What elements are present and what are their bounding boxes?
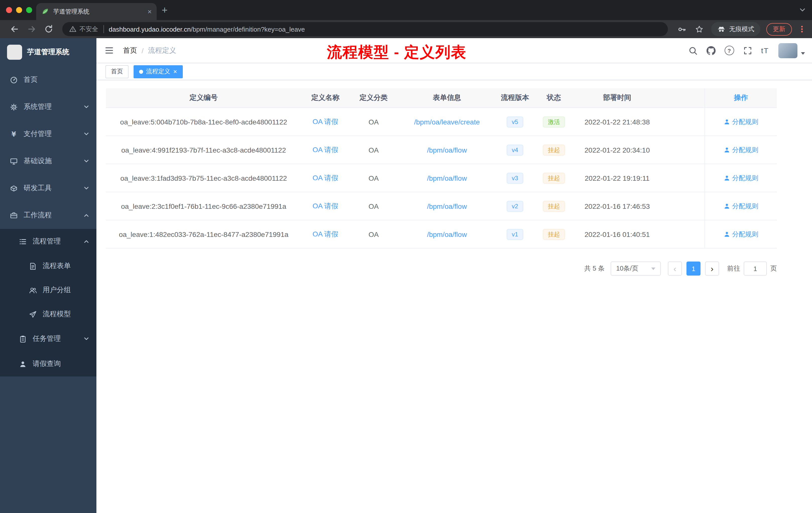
status-badge: 挂起 (543, 173, 565, 183)
browser-tab[interactable]: 芋道管理系统 × (36, 3, 157, 20)
cell-category: OA (349, 174, 398, 182)
password-key-icon[interactable] (677, 24, 687, 34)
sidebar-item-user-group[interactable]: 用户分组 (0, 278, 96, 302)
cell-deploy-time: 2022-01-22 21:48:38 (574, 118, 660, 126)
annotation-title: 流程模型 - 定义列表 (261, 42, 532, 63)
cell-definition-name[interactable]: OA 请假 (301, 145, 349, 154)
search-icon[interactable] (688, 46, 697, 55)
close-window-button[interactable] (6, 7, 12, 13)
update-label: 更新 (773, 25, 785, 33)
url-path: /bpm/manager/definition?key=oa_leave (191, 25, 305, 33)
main-content: 定义编号 定义名称 定义分类 表单信息 流程版本 状态 部署时间 操作 oa_l… (96, 80, 812, 513)
assign-rule-button[interactable]: 分配规则 (704, 220, 777, 248)
sidebar-item-label: 任务管理 (33, 334, 61, 343)
table-row: oa_leave:4:991f2193-7b7f-11ec-a3c8-acde4… (106, 136, 777, 164)
assign-rule-button[interactable]: 分配规则 (704, 136, 777, 163)
cell-form-link[interactable]: /bpm/oa/flow (398, 230, 496, 238)
sidebar-header: 芋道管理系统 (0, 38, 96, 66)
user-icon (724, 118, 730, 125)
sidebar-item-dev-tools[interactable]: 研发工具 (0, 175, 96, 202)
cell-definition-name[interactable]: OA 请假 (301, 117, 349, 126)
select-caret-icon (651, 267, 655, 270)
forward-button[interactable] (27, 24, 37, 34)
next-page-button[interactable]: › (705, 262, 719, 276)
sidebar-item-label: 流程管理 (33, 237, 61, 246)
user-icon (724, 231, 730, 237)
cell-definition-name[interactable]: OA 请假 (301, 230, 349, 239)
sidebar-item-process-management[interactable]: 流程管理 (0, 229, 96, 254)
avatar-caret-icon[interactable] (801, 52, 805, 55)
tag-process-definition[interactable]: 流程定义 × (134, 65, 182, 78)
sidebar-item-task-management[interactable]: 任务管理 (0, 326, 96, 351)
cell-form-link[interactable]: /bpm/oa/flow (398, 202, 496, 210)
sidebar-item-infrastructure[interactable]: 基础设施 (0, 148, 96, 175)
sidebar-item-process-model[interactable]: 流程模型 (0, 302, 96, 326)
col-definition-name: 定义名称 (301, 93, 349, 102)
cell-form-link[interactable]: /bpm/oa/leave/create (398, 118, 496, 126)
tag-home[interactable]: 首页 (106, 65, 128, 78)
chevron-down-icon (83, 336, 89, 342)
col-version: 流程版本 (496, 93, 534, 102)
col-status: 状态 (534, 93, 574, 102)
avatar[interactable] (778, 43, 798, 58)
sidebar-item-workflow[interactable]: 工作流程 (0, 202, 96, 229)
assign-rule-label: 分配规则 (732, 117, 758, 126)
minimize-window-button[interactable] (16, 7, 22, 13)
cell-form-link[interactable]: /bpm/oa/flow (398, 174, 496, 182)
tag-close-icon[interactable]: × (173, 68, 177, 75)
tab-search-chevron-icon[interactable] (799, 6, 806, 13)
help-icon[interactable]: ? (724, 46, 734, 55)
navbar-actions: ? tT (684, 43, 812, 58)
new-tab-button[interactable]: + (162, 4, 168, 16)
cell-definition-name[interactable]: OA 请假 (301, 202, 349, 211)
assign-rule-button[interactable]: 分配规则 (704, 164, 777, 192)
fullscreen-icon[interactable] (743, 46, 752, 55)
sidebar-item-leave-query[interactable]: 请假查询 (0, 351, 96, 376)
font-size-icon[interactable]: tT (761, 46, 769, 55)
goto-label: 前往 (727, 264, 740, 273)
chevron-up-icon (83, 212, 89, 218)
sidebar-toggle-icon[interactable] (105, 46, 114, 55)
browser-menu-icon[interactable] (798, 25, 806, 33)
sidebar-item-home[interactable]: 首页 (0, 66, 96, 93)
favicon-leaf-icon (41, 7, 49, 16)
address-bar[interactable]: 不安全 dashboard.yudao.iocoder.cn /bpm/mana… (62, 22, 668, 36)
github-icon[interactable] (706, 46, 715, 55)
sidebar-item-process-form[interactable]: 流程表单 (0, 254, 96, 278)
user-icon (724, 147, 730, 153)
zoom-window-button[interactable] (26, 7, 32, 13)
sidebar-item-system-management[interactable]: 系统管理 (0, 93, 96, 120)
reload-button[interactable] (44, 24, 54, 34)
users-icon (29, 286, 37, 294)
box-icon (10, 184, 18, 192)
sidebar-item-payment-management[interactable]: 支付管理 (0, 120, 96, 148)
prev-page-button[interactable]: ‹ (668, 262, 682, 276)
col-category: 定义分类 (349, 93, 398, 102)
chevron-down-icon (83, 158, 89, 164)
security-label[interactable]: 不安全 (79, 25, 98, 33)
page-size-select[interactable]: 10条/页 (611, 262, 661, 276)
bookmark-star-icon[interactable] (695, 24, 704, 34)
chevron-down-icon (83, 104, 89, 110)
current-page-button[interactable]: 1 (687, 262, 700, 276)
chevron-down-icon (83, 131, 89, 137)
screen: 芋道管理系统 × + 不安全 dashboard.yudao.iocoder.c… (0, 0, 812, 513)
browser-update-button[interactable]: 更新 (766, 23, 792, 35)
goto-page-input[interactable] (744, 262, 767, 276)
gear-icon (10, 103, 18, 111)
browser-toolbar: 不安全 dashboard.yudao.iocoder.cn /bpm/mana… (0, 20, 812, 38)
chevron-down-icon (83, 185, 89, 191)
cell-definition-name[interactable]: OA 请假 (301, 174, 349, 182)
back-button[interactable] (9, 24, 20, 34)
cell-deploy-time: 2022-01-16 17:46:53 (574, 202, 660, 210)
tab-close-icon[interactable]: × (148, 8, 152, 15)
cell-definition-id: oa_leave:5:004b710b-7b8a-11ec-8ef0-acde4… (106, 118, 301, 126)
table-row: oa_leave:1:482ec033-762a-11ec-8477-a2380… (106, 220, 777, 248)
cell-form-link[interactable]: /bpm/oa/flow (398, 146, 496, 154)
assign-rule-button[interactable]: 分配规则 (704, 108, 777, 135)
breadcrumb-home[interactable]: 首页 (123, 46, 137, 55)
assign-rule-button[interactable]: 分配规则 (704, 192, 777, 220)
tab-title: 芋道管理系统 (53, 7, 148, 16)
cell-category: OA (349, 118, 398, 126)
cell-category: OA (349, 202, 398, 210)
